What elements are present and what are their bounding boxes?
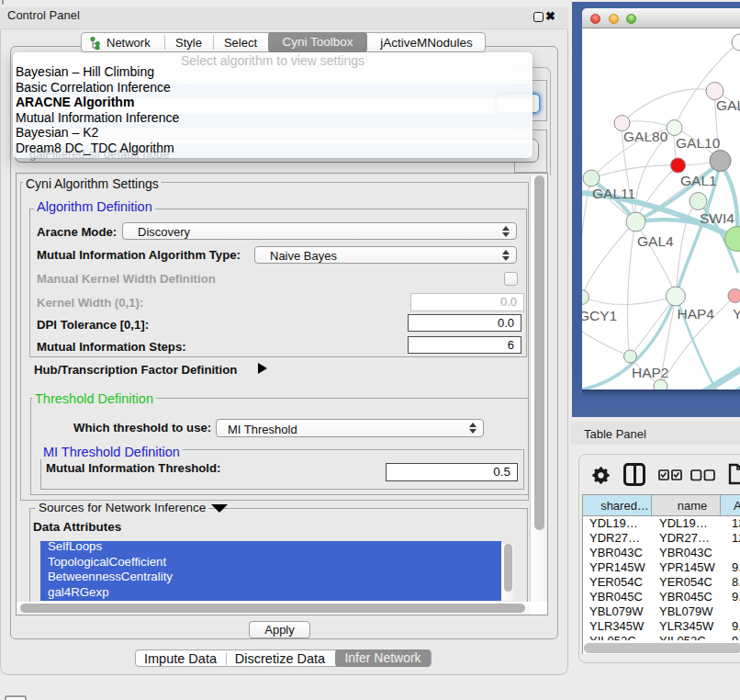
svg-text:HAP4: HAP4 [678,306,715,322]
svg-text:GAL4: GAL4 [637,233,674,249]
svg-text:Y: Y [733,306,740,322]
svg-text:GAL2: GAL2 [716,97,740,113]
svg-text:GCY1: GCY1 [582,308,617,323]
svg-text:GAL10: GAL10 [676,135,721,151]
svg-text:HAP2: HAP2 [632,365,669,380]
svg-text:SWI4: SWI4 [700,210,734,226]
svg-text:GAL11: GAL11 [592,186,635,201]
svg-text:GAL1: GAL1 [680,173,717,188]
svg-text:GAL80: GAL80 [623,129,668,144]
